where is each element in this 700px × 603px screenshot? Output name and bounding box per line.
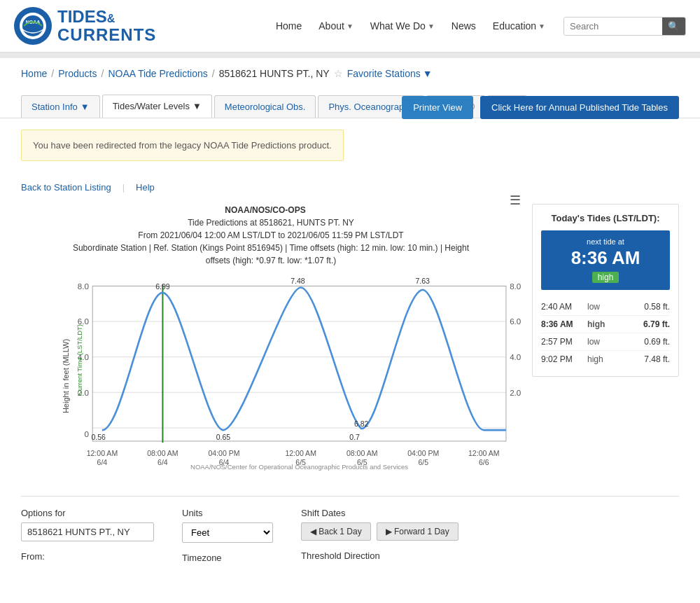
- help-link[interactable]: Help: [136, 182, 155, 193]
- redirect-notice: You have been redirected from the legacy…: [21, 130, 344, 161]
- next-tide-label: next tide at: [548, 237, 663, 246]
- shift-dates-label: Shift Dates: [301, 508, 458, 518]
- svg-text:6/5: 6/5: [418, 458, 428, 466]
- logo-amp: &: [107, 13, 115, 25]
- svg-text:0: 0: [84, 429, 88, 438]
- tide-chart-svg: 8.0 6.0 4.0 2.0 0 8.0 6.0 4.0 2.0 Curren…: [63, 270, 521, 480]
- nav-home[interactable]: Home: [269, 15, 309, 37]
- svg-text:6/4: 6/4: [97, 458, 108, 466]
- tide-row: 8:36 AM high 6.79 ft.: [541, 316, 670, 333]
- chart-menu-icon[interactable]: ☰: [510, 191, 521, 210]
- nav-about[interactable]: About ▼: [312, 15, 360, 37]
- logo-area: NOAA TIDES& CURRENTS: [14, 7, 156, 45]
- sep2: /: [102, 68, 104, 79]
- links-row: Back to Station Listing | Help: [21, 176, 679, 204]
- nav-education[interactable]: Education ▼: [486, 15, 552, 37]
- favorite-star-icon[interactable]: ☆: [334, 68, 343, 79]
- svg-text:0.65: 0.65: [216, 433, 231, 441]
- svg-text:Current Time (LST/LDT): Current Time (LST/LDT): [76, 324, 83, 396]
- svg-text:08:00 AM: 08:00 AM: [147, 449, 178, 457]
- tide-type: low: [587, 337, 608, 347]
- tide-rows: 2:40 AM low 0.58 ft. 8:36 AM high 6.79 f…: [541, 298, 670, 368]
- svg-text:7.48: 7.48: [290, 277, 305, 285]
- tide-height: 0.58 ft.: [612, 302, 670, 312]
- tide-time: 2:57 PM: [541, 337, 583, 347]
- tide-type: low: [587, 302, 608, 312]
- units-select[interactable]: Feet Meters: [182, 522, 273, 543]
- education-dropdown-arrow: ▼: [538, 22, 545, 30]
- svg-rect-9: [92, 286, 506, 441]
- tides-water-arrow: ▼: [192, 101, 202, 111]
- tide-time: 9:02 PM: [541, 354, 583, 364]
- options-section: Options for From: Units Feet Meters Time…: [21, 496, 679, 563]
- svg-text:6/5: 6/5: [357, 458, 368, 466]
- tide-row: 9:02 PM high 7.48 ft.: [541, 351, 670, 368]
- svg-text:6/4: 6/4: [158, 458, 168, 466]
- breadcrumb-products[interactable]: Products: [58, 68, 97, 79]
- back-to-listing-link[interactable]: Back to Station Listing: [21, 182, 111, 193]
- tide-type: high: [587, 354, 608, 364]
- shift-dates-group: Shift Dates ◀ Back 1 Day ▶ Forward 1 Day…: [301, 508, 458, 563]
- svg-text:6/4: 6/4: [219, 458, 230, 466]
- nav-what-we-do[interactable]: What We Do ▼: [363, 15, 442, 37]
- chart-title: NOAA/NOS/CO-OPS ☰ Tide Predictions at 85…: [21, 204, 521, 267]
- annual-tables-button[interactable]: Click Here for Annual Published Tide Tab…: [480, 96, 679, 119]
- favorite-stations-btn[interactable]: Favorite Stations ▼: [347, 68, 433, 79]
- logo-text: TIDES& CURRENTS: [57, 8, 156, 45]
- svg-text:6.0: 6.0: [510, 317, 521, 326]
- noaa-logo: NOAA: [14, 7, 52, 45]
- from-label: From:: [21, 551, 154, 562]
- svg-text:12:00 AM: 12:00 AM: [468, 449, 500, 457]
- sep3: /: [212, 68, 215, 79]
- tide-panel-title: Today's Tides (LST/LDT):: [541, 213, 670, 223]
- tab-tides-water[interactable]: Tides/Water Levels ▼: [102, 95, 212, 118]
- svg-text:2.0: 2.0: [510, 388, 521, 397]
- logo-tides-line: TIDES&: [57, 8, 156, 26]
- search-area: 🔍: [564, 17, 686, 36]
- tide-time: 2:40 AM: [541, 302, 583, 312]
- search-button[interactable]: 🔍: [662, 18, 685, 35]
- svg-text:12:00 AM: 12:00 AM: [285, 449, 316, 457]
- breadcrumb: Home / Products / NOAA Tide Predictions …: [0, 58, 700, 89]
- breadcrumb-home[interactable]: Home: [21, 68, 47, 79]
- header: NOAA TIDES& CURRENTS Home About ▼ What W…: [0, 0, 700, 53]
- svg-text:04:00 PM: 04:00 PM: [407, 449, 439, 457]
- logo-currents: CURRENTS: [57, 26, 156, 44]
- main-nav: Home About ▼ What We Do ▼ News Education…: [269, 15, 552, 37]
- tab-meteorological[interactable]: Meteorological Obs.: [214, 95, 316, 118]
- station-info-arrow: ▼: [80, 102, 90, 112]
- tab-station-info[interactable]: Station Info ▼: [21, 95, 100, 118]
- timezone-label: Timezone: [182, 553, 273, 563]
- search-input[interactable]: [564, 18, 662, 35]
- main-content: You have been redirected from the legacy…: [0, 118, 700, 574]
- y-axis-label: Height in feet (MLLW): [62, 334, 70, 418]
- links-sep: |: [122, 182, 125, 193]
- chart-section: NOAA/NOS/CO-OPS ☰ Tide Predictions at 85…: [21, 204, 679, 482]
- units-label: Units: [182, 508, 273, 518]
- sep1: /: [51, 68, 54, 79]
- svg-text:0.7: 0.7: [349, 433, 360, 441]
- nav-news[interactable]: News: [444, 15, 483, 37]
- svg-text:7.63: 7.63: [415, 277, 430, 285]
- what-dropdown-arrow: ▼: [428, 22, 435, 30]
- header-separator: [0, 53, 700, 58]
- svg-text:8.0: 8.0: [510, 282, 521, 291]
- logo-tides: TIDES: [57, 7, 107, 26]
- forward-1-day-button[interactable]: ▶ Forward 1 Day: [377, 522, 458, 541]
- station-input[interactable]: [21, 522, 154, 541]
- next-tide-box: next tide at 8:36 AM high: [541, 230, 670, 290]
- svg-text:6.82: 6.82: [354, 420, 369, 428]
- svg-text:08:00 AM: 08:00 AM: [346, 449, 378, 457]
- printer-view-button[interactable]: Printer View: [402, 96, 473, 119]
- svg-text:6/6: 6/6: [479, 458, 489, 466]
- tide-time: 8:36 AM: [541, 319, 583, 329]
- svg-text:6/5: 6/5: [295, 458, 306, 466]
- breadcrumb-noaa-tide[interactable]: NOAA Tide Predictions: [108, 68, 207, 79]
- svg-text:4.0: 4.0: [510, 352, 521, 361]
- tide-panel: Today's Tides (LST/LDT): next tide at 8:…: [532, 204, 679, 377]
- station-option-group: Options for From:: [21, 508, 154, 563]
- tide-height: 0.69 ft.: [612, 337, 670, 347]
- units-option-group: Units Feet Meters Timezone: [182, 508, 273, 563]
- breadcrumb-station: 8518621 HUNTS PT., NY: [219, 68, 330, 79]
- back-1-day-button[interactable]: ◀ Back 1 Day: [301, 522, 371, 541]
